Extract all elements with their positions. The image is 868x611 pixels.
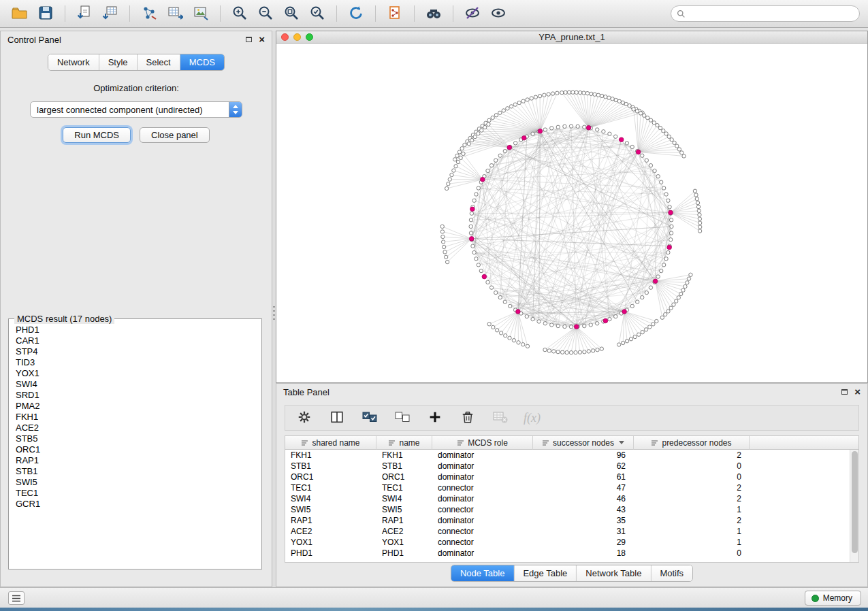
float-panel-icon[interactable] <box>246 37 252 42</box>
column-header-successor-nodes[interactable]: successor nodes <box>533 436 634 450</box>
tab-node-table[interactable]: Node Table <box>451 565 515 581</box>
run-mcds-button[interactable]: Run MCDS <box>63 127 131 143</box>
mcds-result-item[interactable]: CAR1 <box>10 335 260 346</box>
export-table-button[interactable] <box>163 3 187 24</box>
table-row[interactable]: SWI5SWI5connector431 <box>285 504 850 515</box>
close-panel-button[interactable]: Close panel <box>140 127 210 143</box>
tab-style[interactable]: Style <box>99 54 138 70</box>
network-window-titlebar[interactable]: YPA_prune.txt_1 <box>276 31 867 44</box>
hide-selected-button[interactable] <box>461 3 484 24</box>
mcds-result-item[interactable]: SWI4 <box>10 379 260 390</box>
memory-button-label: Memory <box>823 593 852 603</box>
network-canvas[interactable] <box>276 44 867 382</box>
mcds-result-item[interactable]: ORC1 <box>10 444 260 455</box>
split-columns-button[interactable] <box>327 408 347 427</box>
mcds-result-item[interactable]: TEC1 <box>10 488 260 499</box>
network-graph[interactable] <box>276 44 867 382</box>
table-row[interactable]: SWI4SWI4dominator462 <box>285 493 850 504</box>
refresh-layout-button[interactable] <box>344 3 368 24</box>
create-column-button[interactable] <box>425 408 445 427</box>
table-cell: TEC1 <box>285 483 376 493</box>
table-cell: STB1 <box>285 461 376 471</box>
mcds-result-item[interactable]: PMA2 <box>10 401 260 412</box>
scrollbar-thumb[interactable] <box>852 451 858 553</box>
table-cell: dominator <box>432 516 533 525</box>
deselect-all-checkboxes-button[interactable] <box>393 408 412 427</box>
column-grid-icon <box>301 440 308 446</box>
tab-motifs[interactable]: Motifs <box>651 565 692 581</box>
export-image-icon <box>193 5 209 23</box>
mcds-result-item[interactable]: YOX1 <box>10 368 260 379</box>
mcds-result-item[interactable]: FKH1 <box>10 412 260 423</box>
tab-network[interactable]: Network <box>48 54 99 70</box>
zoom-in-button[interactable] <box>228 3 251 24</box>
table-row[interactable]: RAP1RAP1dominator352 <box>285 515 850 526</box>
mcds-result-item[interactable]: SRD1 <box>10 390 260 401</box>
tab-network-table[interactable]: Network Table <box>577 565 651 581</box>
table-cell: SWI5 <box>376 505 432 514</box>
column-grid-icon <box>457 440 464 446</box>
mcds-result-item[interactable]: STB1 <box>10 466 260 477</box>
import-table-file-button[interactable] <box>99 3 122 24</box>
tab-edge-table[interactable]: Edge Table <box>514 565 577 581</box>
table-row[interactable]: STB1STB1dominator620 <box>285 461 850 472</box>
tab-select[interactable]: Select <box>138 54 180 70</box>
mcds-result-list[interactable]: PHD1CAR1STP4TID3YOX1SWI4SRD1PMA2FKH1ACE2… <box>10 325 260 567</box>
save-session-icon <box>37 5 54 23</box>
table-row[interactable]: ACE2ACE2connector311 <box>285 526 850 537</box>
select-all-checkboxes-button[interactable] <box>360 408 379 427</box>
table-row[interactable]: TEC1TEC1connector472 <box>285 482 850 493</box>
mcds-result-item[interactable]: RAP1 <box>10 455 260 466</box>
delete-table-icon <box>492 410 509 427</box>
column-header-filler <box>750 436 858 450</box>
mcds-result-item[interactable]: STB5 <box>10 433 260 444</box>
column-header-MCDS-role[interactable]: MCDS role <box>432 436 533 450</box>
panel-menu-button[interactable] <box>8 591 25 605</box>
first-neighbors-button[interactable] <box>422 3 445 24</box>
splitter-handle-icon <box>273 306 275 321</box>
mcds-result-item[interactable]: PHD1 <box>10 325 260 335</box>
table-scrollbar[interactable] <box>850 450 858 562</box>
close-panel-icon[interactable]: × <box>259 36 265 43</box>
zoom-fit-button[interactable] <box>280 3 303 24</box>
import-network-file-icon <box>76 5 93 23</box>
table-header-row: shared namenameMCDS rolesuccessor nodesp… <box>285 436 858 450</box>
save-session-button[interactable] <box>34 3 57 24</box>
import-network-file-button[interactable] <box>73 3 96 24</box>
mcds-result-item[interactable]: GCR1 <box>10 499 260 510</box>
tab-mcds[interactable]: MCDS <box>180 54 224 70</box>
show-all-button[interactable] <box>487 3 510 24</box>
clone-network-button[interactable] <box>383 3 406 24</box>
export-image-button[interactable] <box>189 3 212 24</box>
search-input[interactable] <box>689 9 854 18</box>
table-cell: PHD1 <box>285 548 376 558</box>
table-cell: SWI4 <box>285 494 376 503</box>
mcds-result-item[interactable]: TID3 <box>10 357 260 368</box>
table-cell: RAP1 <box>376 516 432 525</box>
mcds-result-item[interactable]: ACE2 <box>10 423 260 433</box>
table-row[interactable]: ORC1ORC1dominator610 <box>285 472 850 482</box>
table-row[interactable]: FKH1FKH1dominator962 <box>285 450 850 461</box>
table-row[interactable]: PHD1PHD1dominator180 <box>285 548 850 559</box>
delete-column-button[interactable] <box>458 408 477 427</box>
open-session-button[interactable] <box>8 3 31 24</box>
gear-button[interactable] <box>295 408 314 427</box>
mcds-result-item[interactable]: STP4 <box>10 346 260 357</box>
table-panel-header: Table Panel × <box>276 384 867 400</box>
column-header-shared-name[interactable]: shared name <box>285 436 376 450</box>
float-table-panel-icon[interactable] <box>841 389 848 395</box>
mcds-result-item[interactable]: SWI5 <box>10 477 260 488</box>
table-row[interactable]: YOX1YOX1connector291 <box>285 537 850 548</box>
export-network-button[interactable] <box>138 3 161 24</box>
close-table-panel-icon[interactable]: × <box>854 389 861 395</box>
zoom-selected-button[interactable] <box>306 3 329 24</box>
column-header-predecessor-nodes[interactable]: predecessor nodes <box>634 436 750 450</box>
criterion-dropdown[interactable]: largest connected component (undirected) <box>30 101 242 118</box>
function-builder-button: f(x) <box>524 408 541 427</box>
first-neighbors-icon <box>425 5 443 23</box>
zoom-out-button[interactable] <box>254 3 277 24</box>
search-box[interactable] <box>671 5 860 22</box>
column-filter-caret-icon[interactable] <box>619 441 624 444</box>
column-header-name[interactable]: name <box>376 436 432 450</box>
memory-button[interactable]: Memory <box>805 591 861 606</box>
